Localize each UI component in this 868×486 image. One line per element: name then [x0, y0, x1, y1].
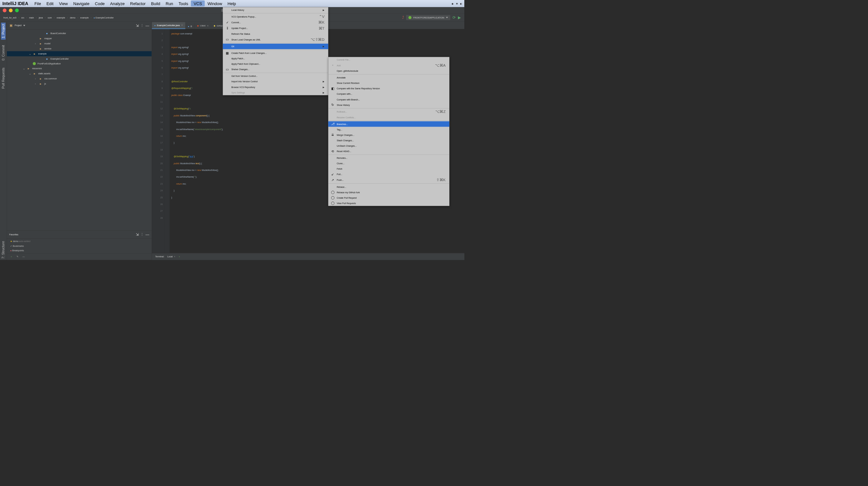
menu-item[interactable]: ✓Commit...⌘K [223, 20, 329, 26]
close-icon[interactable]: × [174, 255, 175, 258]
menu-item[interactable]: Rebase... [328, 184, 449, 189]
menu-item[interactable]: ▦Create Patch from Local Changes... [223, 50, 329, 56]
side-tab-structure[interactable]: 7: Structure [1, 240, 5, 260]
menu-item[interactable]: Clone... [328, 161, 449, 166]
tray-icon[interactable]: ◐ [460, 2, 462, 5]
add-terminal-icon[interactable]: ＋ [178, 255, 181, 258]
favorites-item[interactable]: ● Breakpoints [10, 249, 148, 252]
side-tab-project[interactable]: 1: Project [1, 23, 5, 40]
breadcrumb-item[interactable]: example [80, 16, 89, 19]
tree-item[interactable]: ⌄▸resources [7, 66, 152, 71]
menu-item[interactable]: Tag... [328, 127, 449, 132]
menu-item[interactable]: Show Current Revision [328, 80, 449, 86]
menu-item[interactable]: Get from Version Control... [223, 73, 329, 79]
menu-item[interactable]: ↗Push...⇧⌘K [328, 177, 449, 183]
menu-item[interactable]: ↧Update Project...⌘T [223, 26, 329, 31]
breadcrumb-item[interactable]: demo [70, 16, 75, 19]
collapse-icon[interactable]: ⇲ [136, 24, 139, 28]
menubar-item-tools[interactable]: Tools [176, 1, 191, 7]
tree-item[interactable]: ●ExampleController [7, 56, 152, 62]
tree-item[interactable]: ▸service [7, 46, 152, 51]
menu-item[interactable]: Compare with... [328, 91, 449, 97]
hide-icon[interactable]: — [146, 232, 149, 237]
menubar-item-edit[interactable]: Edit [44, 1, 56, 7]
tray-icon[interactable]: ◉ [452, 2, 454, 5]
tree-item[interactable]: FrontForEs5Application [7, 62, 152, 66]
menubar-item-window[interactable]: Window [205, 1, 225, 7]
side-tab-pull-requests[interactable]: Pull Requests [1, 66, 5, 90]
run-config-selector[interactable]: FRONTFORES5APPLICATION [406, 15, 450, 20]
breadcrumb-item[interactable]: front_for_es5 [3, 16, 17, 19]
menu-item[interactable]: Apply Patch from Clipboard... [223, 61, 329, 67]
favorites-item[interactable]: ★ demo auto-added [10, 240, 148, 243]
terminal-tab[interactable]: Local × [167, 255, 175, 258]
tree-item[interactable]: ⌄▸example [7, 51, 152, 56]
menubar-item-analyze[interactable]: Analyze [107, 1, 128, 7]
menubar-item-code[interactable]: Code [92, 1, 107, 7]
menu-item[interactable]: ◯Create Pull Request [328, 195, 449, 201]
menu-item[interactable]: ▭Shelve Changes... [223, 67, 329, 72]
menu-item[interactable]: ⎇Branches... [328, 121, 449, 127]
tree-item[interactable]: ›▸js [7, 81, 152, 86]
breadcrumb-item[interactable]: example [57, 16, 65, 19]
menu-item[interactable]: Refresh File Status [223, 31, 329, 37]
menu-item[interactable]: Fetch [328, 166, 449, 172]
menubar-item-vcs[interactable]: VCS [191, 1, 205, 7]
menubar-item-build[interactable]: Build [148, 1, 163, 7]
menu-item[interactable]: ◯View Pull Requests [328, 201, 449, 206]
tree-item[interactable]: ⌄▸static.assets [7, 71, 152, 76]
menu-item[interactable]: ↻Show History [328, 102, 449, 108]
traffic-lights[interactable] [3, 9, 19, 12]
gear-icon[interactable]: ⋮ [140, 233, 144, 237]
menubar-item-help[interactable]: Help [225, 1, 239, 7]
menu-item[interactable]: VCS Operations Popup...⌃V [223, 14, 329, 20]
menubar-item-file[interactable]: File [32, 1, 44, 7]
menu-item[interactable]: UnStash Changes... [328, 143, 449, 149]
edit-icon[interactable]: ✎ [17, 255, 19, 258]
vcs-menu[interactable]: Local History▶VCS Operations Popup...⌃V✓… [223, 7, 329, 95]
git-submenu[interactable]: Commit File...+Add⌥⌘AOpen .git/info/excl… [328, 57, 449, 206]
menu-item[interactable]: Remotes... [328, 155, 449, 161]
gear-icon[interactable]: ⋮ [140, 24, 144, 28]
build-icon[interactable]: ⤴ [402, 15, 404, 20]
breadcrumb[interactable]: front_for_es5›src›main›java›com›example›… [3, 16, 114, 19]
add-icon[interactable]: ＋ [10, 255, 12, 258]
favorites-list[interactable]: ★ demo auto-added✓ Bookmarks● Breakpoint… [7, 239, 152, 253]
menu-item[interactable]: Stash Changes... [328, 138, 449, 143]
close-window-button[interactable] [3, 9, 7, 12]
breadcrumb-item[interactable]: com [48, 16, 52, 19]
menu-item[interactable]: Annotate [328, 75, 449, 80]
side-tab-commit[interactable]: 0: Commit [1, 44, 5, 62]
chevron-down-icon[interactable] [23, 25, 25, 26]
tray-icon[interactable]: ❋ [456, 2, 458, 5]
remove-icon[interactable]: — [23, 255, 25, 258]
close-tab-icon[interactable]: × [207, 24, 209, 27]
editor-tab[interactable]: ◆ t.html × [194, 23, 211, 29]
menu-item[interactable]: ⟲Reset HEAD... [328, 149, 449, 154]
breadcrumb-item[interactable]: ● ExampleController [93, 16, 114, 19]
menubar-item-navigate[interactable]: Navigate [70, 1, 92, 7]
run-icon[interactable]: ⟳ [453, 15, 456, 20]
editor-tab[interactable]: ● B [186, 24, 195, 29]
menu-item[interactable]: Local History▶ [223, 7, 329, 12]
collapse-icon[interactable]: ⇲ [136, 233, 139, 237]
favorites-item[interactable]: ✓ Bookmarks [10, 245, 148, 247]
minimize-window-button[interactable] [9, 9, 13, 12]
menu-item[interactable]: ⇊Merge Changes... [328, 132, 449, 138]
editor-tab[interactable]: ● ExampleController.java × [152, 22, 185, 29]
menu-item[interactable]: ◯Rebase my GitHub fork [328, 189, 449, 195]
breadcrumb-item[interactable]: java [39, 16, 43, 19]
close-tab-icon[interactable]: × [181, 24, 183, 27]
menu-item[interactable]: Apply Patch... [223, 56, 329, 61]
hide-icon[interactable]: — [146, 23, 149, 28]
menubar-item-view[interactable]: View [56, 1, 70, 7]
menubar-item-refactor[interactable]: Refactor [128, 1, 149, 7]
menu-item[interactable]: ◧Compare with the Same Repository Versio… [328, 86, 449, 91]
menu-item[interactable]: Import into Version Control▶ [223, 79, 329, 84]
debug-icon[interactable]: ▶ [458, 15, 461, 20]
menu-item[interactable]: Browse VCS Repository▶ [223, 84, 329, 90]
tree-item[interactable]: ›▸model [7, 41, 152, 46]
tree-item[interactable]: ›▸css.common [7, 76, 152, 81]
menu-item[interactable]: Git▶ [223, 44, 329, 49]
breadcrumb-item[interactable]: src [21, 16, 24, 19]
